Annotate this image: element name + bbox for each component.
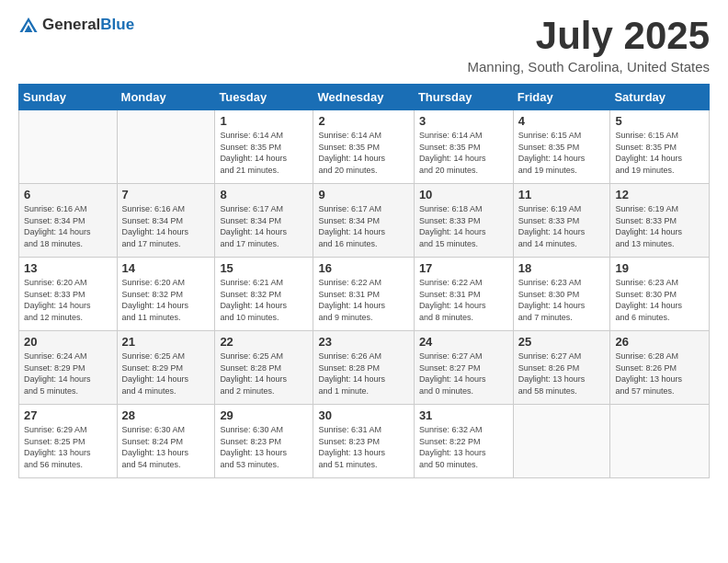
cell-week1-day5: 4Sunrise: 6:15 AM Sunset: 8:35 PM Daylig…	[513, 110, 610, 184]
cell-week2-day5: 11Sunrise: 6:19 AM Sunset: 8:33 PM Dayli…	[513, 184, 610, 258]
cell-week1-day1	[117, 110, 215, 184]
col-monday: Monday	[117, 85, 215, 110]
day-detail: Sunrise: 6:14 AM Sunset: 8:35 PM Dayligh…	[419, 130, 508, 176]
day-detail: Sunrise: 6:19 AM Sunset: 8:33 PM Dayligh…	[518, 203, 606, 249]
col-wednesday: Wednesday	[313, 85, 414, 110]
calendar-table: Sunday Monday Tuesday Wednesday Thursday…	[18, 84, 710, 478]
cell-week4-day3: 23Sunrise: 6:26 AM Sunset: 8:28 PM Dayli…	[313, 331, 414, 405]
calendar-subtitle: Manning, South Carolina, United States	[468, 59, 711, 75]
week-row-5: 27Sunrise: 6:29 AM Sunset: 8:25 PM Dayli…	[19, 405, 710, 478]
day-detail: Sunrise: 6:28 AM Sunset: 8:26 PM Dayligh…	[615, 350, 704, 396]
logo-general: GeneralBlue	[42, 16, 134, 34]
day-detail: Sunrise: 6:29 AM Sunset: 8:25 PM Dayligh…	[24, 424, 112, 470]
cell-week2-day0: 6Sunrise: 6:16 AM Sunset: 8:34 PM Daylig…	[19, 184, 118, 258]
cell-week3-day2: 15Sunrise: 6:21 AM Sunset: 8:32 PM Dayli…	[215, 258, 313, 331]
logo-icon	[18, 15, 39, 35]
day-detail: Sunrise: 6:22 AM Sunset: 8:31 PM Dayligh…	[419, 277, 508, 323]
day-detail: Sunrise: 6:19 AM Sunset: 8:33 PM Dayligh…	[615, 203, 704, 249]
day-detail: Sunrise: 6:16 AM Sunset: 8:34 PM Dayligh…	[122, 203, 210, 249]
week-row-1: 1Sunrise: 6:14 AM Sunset: 8:35 PM Daylig…	[19, 110, 710, 184]
cell-week1-day3: 2Sunrise: 6:14 AM Sunset: 8:35 PM Daylig…	[313, 110, 414, 184]
cell-week4-day2: 22Sunrise: 6:25 AM Sunset: 8:28 PM Dayli…	[215, 331, 313, 405]
day-number: 24	[419, 335, 508, 349]
week-row-3: 13Sunrise: 6:20 AM Sunset: 8:33 PM Dayli…	[19, 258, 710, 331]
day-detail: Sunrise: 6:25 AM Sunset: 8:29 PM Dayligh…	[122, 350, 210, 396]
day-number: 27	[24, 408, 112, 422]
day-detail: Sunrise: 6:16 AM Sunset: 8:34 PM Dayligh…	[24, 203, 112, 249]
day-detail: Sunrise: 6:24 AM Sunset: 8:29 PM Dayligh…	[24, 350, 112, 396]
day-detail: Sunrise: 6:23 AM Sunset: 8:30 PM Dayligh…	[615, 277, 704, 323]
week-row-4: 20Sunrise: 6:24 AM Sunset: 8:29 PM Dayli…	[19, 331, 710, 405]
logo: GeneralBlue	[18, 15, 134, 35]
cell-week2-day4: 10Sunrise: 6:18 AM Sunset: 8:33 PM Dayli…	[414, 184, 513, 258]
day-number: 2	[318, 114, 408, 128]
day-number: 19	[615, 261, 704, 275]
cell-week5-day2: 29Sunrise: 6:30 AM Sunset: 8:23 PM Dayli…	[215, 405, 313, 478]
col-friday: Friday	[513, 85, 610, 110]
day-detail: Sunrise: 6:20 AM Sunset: 8:33 PM Dayligh…	[24, 277, 112, 323]
week-row-2: 6Sunrise: 6:16 AM Sunset: 8:34 PM Daylig…	[19, 184, 710, 258]
cell-week5-day6	[610, 405, 710, 478]
day-number: 29	[220, 408, 308, 422]
cell-week5-day0: 27Sunrise: 6:29 AM Sunset: 8:25 PM Dayli…	[19, 405, 118, 478]
day-number: 30	[318, 408, 408, 422]
cell-week5-day5	[513, 405, 610, 478]
day-number: 14	[122, 261, 210, 275]
day-detail: Sunrise: 6:26 AM Sunset: 8:28 PM Dayligh…	[318, 350, 408, 396]
day-number: 3	[419, 114, 508, 128]
day-number: 9	[318, 188, 408, 201]
header-row: Sunday Monday Tuesday Wednesday Thursday…	[19, 85, 710, 110]
day-number: 1	[220, 114, 308, 128]
day-detail: Sunrise: 6:15 AM Sunset: 8:35 PM Dayligh…	[615, 130, 704, 176]
cell-week1-day4: 3Sunrise: 6:14 AM Sunset: 8:35 PM Daylig…	[414, 110, 513, 184]
cell-week4-day0: 20Sunrise: 6:24 AM Sunset: 8:29 PM Dayli…	[19, 331, 118, 405]
day-number: 7	[122, 188, 210, 201]
col-saturday: Saturday	[610, 85, 710, 110]
cell-week4-day1: 21Sunrise: 6:25 AM Sunset: 8:29 PM Dayli…	[117, 331, 215, 405]
cell-week4-day5: 25Sunrise: 6:27 AM Sunset: 8:26 PM Dayli…	[513, 331, 610, 405]
day-detail: Sunrise: 6:30 AM Sunset: 8:24 PM Dayligh…	[122, 424, 210, 470]
day-number: 23	[318, 335, 408, 349]
cell-week5-day3: 30Sunrise: 6:31 AM Sunset: 8:23 PM Dayli…	[313, 405, 414, 478]
day-number: 31	[419, 408, 508, 422]
day-detail: Sunrise: 6:14 AM Sunset: 8:35 PM Dayligh…	[318, 130, 408, 176]
day-number: 5	[615, 114, 704, 128]
day-detail: Sunrise: 6:31 AM Sunset: 8:23 PM Dayligh…	[318, 424, 408, 470]
cell-week2-day3: 9Sunrise: 6:17 AM Sunset: 8:34 PM Daylig…	[313, 184, 414, 258]
cell-week4-day4: 24Sunrise: 6:27 AM Sunset: 8:27 PM Dayli…	[414, 331, 513, 405]
day-detail: Sunrise: 6:21 AM Sunset: 8:32 PM Dayligh…	[220, 277, 308, 323]
day-detail: Sunrise: 6:25 AM Sunset: 8:28 PM Dayligh…	[220, 350, 308, 396]
day-number: 15	[220, 261, 308, 275]
day-detail: Sunrise: 6:23 AM Sunset: 8:30 PM Dayligh…	[518, 277, 606, 323]
cell-week3-day4: 17Sunrise: 6:22 AM Sunset: 8:31 PM Dayli…	[414, 258, 513, 331]
cell-week3-day3: 16Sunrise: 6:22 AM Sunset: 8:31 PM Dayli…	[313, 258, 414, 331]
day-number: 6	[24, 188, 112, 201]
day-detail: Sunrise: 6:17 AM Sunset: 8:34 PM Dayligh…	[318, 203, 408, 249]
day-number: 8	[220, 188, 308, 201]
day-number: 12	[615, 188, 704, 201]
header: GeneralBlue July 2025 Manning, South Car…	[18, 15, 710, 75]
day-number: 13	[24, 261, 112, 275]
day-detail: Sunrise: 6:27 AM Sunset: 8:27 PM Dayligh…	[419, 350, 508, 396]
title-area: July 2025 Manning, South Carolina, Unite…	[468, 15, 711, 75]
day-number: 25	[518, 335, 606, 349]
cell-week3-day1: 14Sunrise: 6:20 AM Sunset: 8:32 PM Dayli…	[117, 258, 215, 331]
cell-week4-day6: 26Sunrise: 6:28 AM Sunset: 8:26 PM Dayli…	[610, 331, 710, 405]
day-number: 4	[518, 114, 606, 128]
day-detail: Sunrise: 6:32 AM Sunset: 8:22 PM Dayligh…	[419, 424, 508, 470]
day-number: 20	[24, 335, 112, 349]
day-number: 10	[419, 188, 508, 201]
calendar-title: July 2025	[468, 15, 711, 57]
day-detail: Sunrise: 6:30 AM Sunset: 8:23 PM Dayligh…	[220, 424, 308, 470]
day-number: 28	[122, 408, 210, 422]
cell-week2-day1: 7Sunrise: 6:16 AM Sunset: 8:34 PM Daylig…	[117, 184, 215, 258]
day-number: 26	[615, 335, 704, 349]
cell-week1-day0	[19, 110, 118, 184]
day-detail: Sunrise: 6:18 AM Sunset: 8:33 PM Dayligh…	[419, 203, 508, 249]
calendar-page: GeneralBlue July 2025 Manning, South Car…	[0, 0, 728, 563]
day-number: 11	[518, 188, 606, 201]
cell-week2-day6: 12Sunrise: 6:19 AM Sunset: 8:33 PM Dayli…	[610, 184, 710, 258]
day-detail: Sunrise: 6:27 AM Sunset: 8:26 PM Dayligh…	[518, 350, 606, 396]
day-detail: Sunrise: 6:20 AM Sunset: 8:32 PM Dayligh…	[122, 277, 210, 323]
day-detail: Sunrise: 6:15 AM Sunset: 8:35 PM Dayligh…	[518, 130, 606, 176]
